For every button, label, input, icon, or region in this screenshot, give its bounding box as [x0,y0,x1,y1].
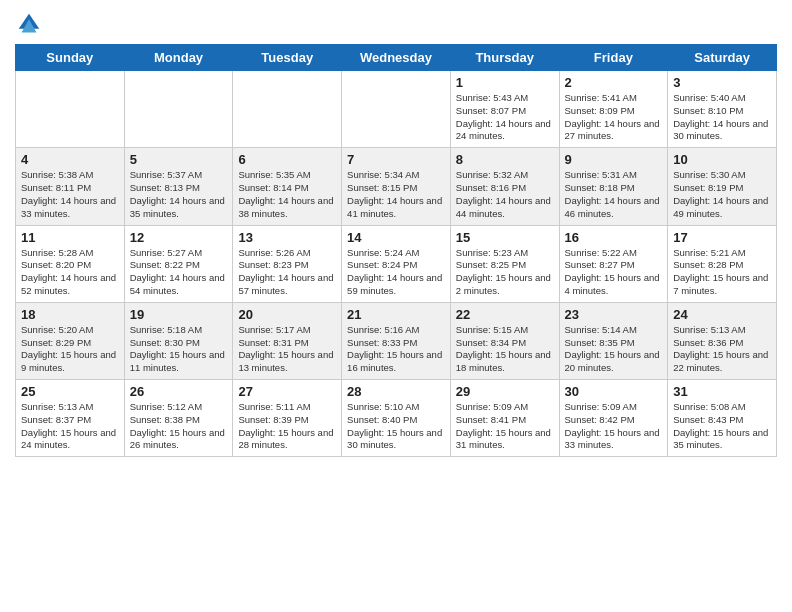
calendar-cell-2-5: 8Sunrise: 5:32 AM Sunset: 8:16 PM Daylig… [450,148,559,225]
calendar-cell-5-6: 30Sunrise: 5:09 AM Sunset: 8:42 PM Dayli… [559,380,668,457]
day-info: Sunrise: 5:16 AM Sunset: 8:33 PM Dayligh… [347,324,445,375]
day-info: Sunrise: 5:08 AM Sunset: 8:43 PM Dayligh… [673,401,771,452]
day-number: 14 [347,230,445,245]
day-number: 7 [347,152,445,167]
day-info: Sunrise: 5:40 AM Sunset: 8:10 PM Dayligh… [673,92,771,143]
calendar-cell-1-3 [233,71,342,148]
col-wednesday: Wednesday [342,45,451,71]
day-info: Sunrise: 5:15 AM Sunset: 8:34 PM Dayligh… [456,324,554,375]
day-number: 5 [130,152,228,167]
calendar-cell-3-5: 15Sunrise: 5:23 AM Sunset: 8:25 PM Dayli… [450,225,559,302]
calendar-week-2: 4Sunrise: 5:38 AM Sunset: 8:11 PM Daylig… [16,148,777,225]
calendar-cell-4-7: 24Sunrise: 5:13 AM Sunset: 8:36 PM Dayli… [668,302,777,379]
day-info: Sunrise: 5:41 AM Sunset: 8:09 PM Dayligh… [565,92,663,143]
calendar-cell-3-1: 11Sunrise: 5:28 AM Sunset: 8:20 PM Dayli… [16,225,125,302]
calendar-cell-3-6: 16Sunrise: 5:22 AM Sunset: 8:27 PM Dayli… [559,225,668,302]
header [15,10,777,38]
day-number: 22 [456,307,554,322]
col-thursday: Thursday [450,45,559,71]
day-info: Sunrise: 5:24 AM Sunset: 8:24 PM Dayligh… [347,247,445,298]
col-monday: Monday [124,45,233,71]
day-number: 20 [238,307,336,322]
calendar-cell-3-2: 12Sunrise: 5:27 AM Sunset: 8:22 PM Dayli… [124,225,233,302]
calendar-cell-2-6: 9Sunrise: 5:31 AM Sunset: 8:18 PM Daylig… [559,148,668,225]
day-number: 9 [565,152,663,167]
day-info: Sunrise: 5:43 AM Sunset: 8:07 PM Dayligh… [456,92,554,143]
calendar-cell-4-3: 20Sunrise: 5:17 AM Sunset: 8:31 PM Dayli… [233,302,342,379]
calendar-cell-5-1: 25Sunrise: 5:13 AM Sunset: 8:37 PM Dayli… [16,380,125,457]
calendar-week-4: 18Sunrise: 5:20 AM Sunset: 8:29 PM Dayli… [16,302,777,379]
col-tuesday: Tuesday [233,45,342,71]
calendar-header-row: Sunday Monday Tuesday Wednesday Thursday… [16,45,777,71]
day-number: 6 [238,152,336,167]
day-number: 23 [565,307,663,322]
day-number: 2 [565,75,663,90]
logo-icon [15,10,43,38]
calendar-cell-1-6: 2Sunrise: 5:41 AM Sunset: 8:09 PM Daylig… [559,71,668,148]
calendar-cell-2-1: 4Sunrise: 5:38 AM Sunset: 8:11 PM Daylig… [16,148,125,225]
calendar-cell-1-2 [124,71,233,148]
calendar-cell-4-5: 22Sunrise: 5:15 AM Sunset: 8:34 PM Dayli… [450,302,559,379]
day-info: Sunrise: 5:14 AM Sunset: 8:35 PM Dayligh… [565,324,663,375]
day-info: Sunrise: 5:31 AM Sunset: 8:18 PM Dayligh… [565,169,663,220]
day-info: Sunrise: 5:20 AM Sunset: 8:29 PM Dayligh… [21,324,119,375]
col-saturday: Saturday [668,45,777,71]
day-info: Sunrise: 5:30 AM Sunset: 8:19 PM Dayligh… [673,169,771,220]
day-number: 24 [673,307,771,322]
day-info: Sunrise: 5:13 AM Sunset: 8:37 PM Dayligh… [21,401,119,452]
day-number: 11 [21,230,119,245]
day-info: Sunrise: 5:34 AM Sunset: 8:15 PM Dayligh… [347,169,445,220]
calendar-cell-2-2: 5Sunrise: 5:37 AM Sunset: 8:13 PM Daylig… [124,148,233,225]
day-number: 21 [347,307,445,322]
day-number: 19 [130,307,228,322]
day-info: Sunrise: 5:22 AM Sunset: 8:27 PM Dayligh… [565,247,663,298]
day-number: 4 [21,152,119,167]
calendar-cell-4-2: 19Sunrise: 5:18 AM Sunset: 8:30 PM Dayli… [124,302,233,379]
day-info: Sunrise: 5:13 AM Sunset: 8:36 PM Dayligh… [673,324,771,375]
day-number: 29 [456,384,554,399]
day-info: Sunrise: 5:18 AM Sunset: 8:30 PM Dayligh… [130,324,228,375]
day-number: 16 [565,230,663,245]
calendar-cell-1-4 [342,71,451,148]
calendar-week-1: 1Sunrise: 5:43 AM Sunset: 8:07 PM Daylig… [16,71,777,148]
calendar-cell-5-4: 28Sunrise: 5:10 AM Sunset: 8:40 PM Dayli… [342,380,451,457]
day-info: Sunrise: 5:09 AM Sunset: 8:42 PM Dayligh… [565,401,663,452]
col-friday: Friday [559,45,668,71]
logo [15,10,47,38]
calendar-week-3: 11Sunrise: 5:28 AM Sunset: 8:20 PM Dayli… [16,225,777,302]
day-number: 28 [347,384,445,399]
calendar-cell-4-4: 21Sunrise: 5:16 AM Sunset: 8:33 PM Dayli… [342,302,451,379]
day-number: 17 [673,230,771,245]
col-sunday: Sunday [16,45,125,71]
day-number: 3 [673,75,771,90]
day-number: 30 [565,384,663,399]
day-number: 25 [21,384,119,399]
calendar-cell-3-4: 14Sunrise: 5:24 AM Sunset: 8:24 PM Dayli… [342,225,451,302]
day-info: Sunrise: 5:38 AM Sunset: 8:11 PM Dayligh… [21,169,119,220]
day-info: Sunrise: 5:17 AM Sunset: 8:31 PM Dayligh… [238,324,336,375]
calendar-cell-3-3: 13Sunrise: 5:26 AM Sunset: 8:23 PM Dayli… [233,225,342,302]
day-info: Sunrise: 5:10 AM Sunset: 8:40 PM Dayligh… [347,401,445,452]
calendar-cell-1-5: 1Sunrise: 5:43 AM Sunset: 8:07 PM Daylig… [450,71,559,148]
day-number: 10 [673,152,771,167]
day-number: 27 [238,384,336,399]
day-number: 15 [456,230,554,245]
calendar-cell-5-2: 26Sunrise: 5:12 AM Sunset: 8:38 PM Dayli… [124,380,233,457]
calendar-cell-2-4: 7Sunrise: 5:34 AM Sunset: 8:15 PM Daylig… [342,148,451,225]
calendar-cell-1-1 [16,71,125,148]
day-number: 8 [456,152,554,167]
calendar-cell-1-7: 3Sunrise: 5:40 AM Sunset: 8:10 PM Daylig… [668,71,777,148]
calendar-cell-5-7: 31Sunrise: 5:08 AM Sunset: 8:43 PM Dayli… [668,380,777,457]
day-info: Sunrise: 5:26 AM Sunset: 8:23 PM Dayligh… [238,247,336,298]
day-number: 1 [456,75,554,90]
calendar-cell-3-7: 17Sunrise: 5:21 AM Sunset: 8:28 PM Dayli… [668,225,777,302]
calendar-cell-4-6: 23Sunrise: 5:14 AM Sunset: 8:35 PM Dayli… [559,302,668,379]
calendar-week-5: 25Sunrise: 5:13 AM Sunset: 8:37 PM Dayli… [16,380,777,457]
day-info: Sunrise: 5:21 AM Sunset: 8:28 PM Dayligh… [673,247,771,298]
calendar-cell-5-3: 27Sunrise: 5:11 AM Sunset: 8:39 PM Dayli… [233,380,342,457]
calendar-cell-2-7: 10Sunrise: 5:30 AM Sunset: 8:19 PM Dayli… [668,148,777,225]
page-container: Sunday Monday Tuesday Wednesday Thursday… [0,0,792,467]
calendar-cell-5-5: 29Sunrise: 5:09 AM Sunset: 8:41 PM Dayli… [450,380,559,457]
day-info: Sunrise: 5:32 AM Sunset: 8:16 PM Dayligh… [456,169,554,220]
day-info: Sunrise: 5:28 AM Sunset: 8:20 PM Dayligh… [21,247,119,298]
